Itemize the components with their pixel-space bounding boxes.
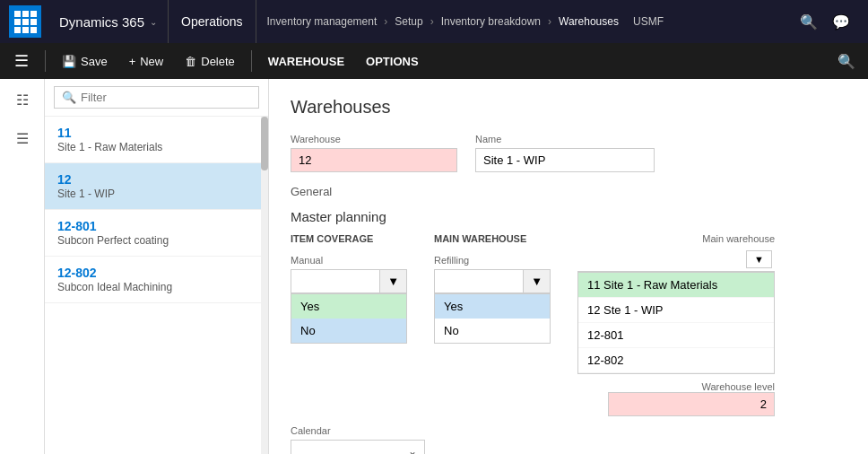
sidebar-icon-panel: ☷ ☰ xyxy=(0,79,45,454)
manual-dropdown-btn[interactable]: ▼ xyxy=(291,269,407,293)
refilling-dropdown-arrow[interactable]: ▼ xyxy=(523,270,550,292)
calendar-row: Calendar ⌄ xyxy=(291,425,846,454)
filter-area: 🔍 xyxy=(45,79,268,117)
scroll-thumb[interactable] xyxy=(261,117,268,170)
item-coverage-col: ITEM COVERAGE Manual ▼ Yes No xyxy=(291,233,407,344)
breadcrumb-inv-mgmt[interactable]: Inventory management xyxy=(267,15,378,28)
refilling-dropdown: ▼ Yes No xyxy=(434,269,551,344)
breadcrumb: Inventory management › Setup › Inventory… xyxy=(256,15,791,28)
main-warehouse-right-arrow-row: ▼ xyxy=(577,248,775,272)
cmd-divider1 xyxy=(45,50,46,72)
main-warehouse-dropdown-list: 11 Site 1 - Raw Materials 12 Ste 1 - WIP… xyxy=(577,272,775,374)
warehouse-field-group: Warehouse xyxy=(291,134,457,172)
brand-name: Dynamics 365 xyxy=(59,14,144,30)
refilling-field: Refilling ▼ Yes No xyxy=(434,255,551,344)
top-navigation: Dynamics 365 ⌄ Operations Inventory mana… xyxy=(0,0,868,43)
brand-chevron-icon: ⌄ xyxy=(150,17,157,27)
refilling-yn-list: Yes No xyxy=(434,293,551,344)
delete-label: Delete xyxy=(201,55,235,68)
warehouse-level-group: Warehouse level xyxy=(577,381,775,416)
master-planning-area: ITEM COVERAGE Manual ▼ Yes No xyxy=(291,233,846,416)
name-input[interactable] xyxy=(475,148,655,172)
list-item[interactable]: 12 Site 1 - WIP xyxy=(45,163,268,210)
hamburger-menu[interactable]: ☰ xyxy=(5,51,38,71)
calendar-chevron-icon: ⌄ xyxy=(408,445,417,454)
filter-icon[interactable]: ☷ xyxy=(13,88,32,112)
warehouse-name-row: Warehouse Name xyxy=(291,134,846,172)
list-item[interactable]: 12-801 Subcon Perfect coating xyxy=(45,210,268,257)
breadcrumb-setup[interactable]: Setup xyxy=(395,15,422,28)
waffle-menu[interactable] xyxy=(9,5,41,38)
list-item-id: 12-802 xyxy=(57,266,256,280)
brand-section: Dynamics 365 ⌄ xyxy=(48,0,169,43)
warehouse-input[interactable] xyxy=(291,148,457,172)
manual-dropdown-arrow[interactable]: ▼ xyxy=(379,270,406,292)
breadcrumb-sep3: › xyxy=(548,15,551,28)
page-title: Warehouses xyxy=(291,97,846,118)
warehouse-level-label: Warehouse level xyxy=(701,381,775,392)
save-icon: 💾 xyxy=(62,55,76,68)
delete-button[interactable]: 🗑 Delete xyxy=(176,50,244,73)
save-button[interactable]: 💾 Save xyxy=(53,50,117,73)
tenant-label: USMF xyxy=(633,15,664,28)
tab-warehouse[interactable]: WAREHOUSE xyxy=(259,50,353,73)
name-field-group: Name xyxy=(475,134,655,172)
chat-icon[interactable]: 💬 xyxy=(832,13,850,31)
manual-label: Manual xyxy=(291,255,407,266)
general-section-header: General xyxy=(291,185,846,198)
scroll-track xyxy=(261,117,268,454)
mw-item-12[interactable]: 12 Ste 1 - WIP xyxy=(578,298,774,323)
list-item-name: Site 1 - Raw Materials xyxy=(57,141,256,153)
filter-input[interactable] xyxy=(81,91,251,104)
cmd-search-icon[interactable]: 🔍 xyxy=(830,53,863,70)
list-item[interactable]: 12-802 Subcon Ideal Machining xyxy=(45,257,268,303)
cmd-divider2 xyxy=(251,50,252,72)
breadcrumb-sep1: › xyxy=(384,15,387,28)
refilling-label: Refilling xyxy=(434,255,551,266)
calendar-label: Calendar xyxy=(291,425,425,436)
list-item-name: Subcon Ideal Machining xyxy=(57,281,256,293)
tab-options[interactable]: OPTIONS xyxy=(357,50,428,73)
save-label: Save xyxy=(81,55,108,68)
list-item-id: 12-801 xyxy=(57,219,256,233)
mw-item-12-801[interactable]: 12-801 xyxy=(578,323,774,348)
search-nav-icon[interactable]: 🔍 xyxy=(800,13,818,31)
manual-yn-list: Yes No xyxy=(291,293,407,344)
breadcrumb-inv-breakdown[interactable]: Inventory breakdown xyxy=(441,15,541,28)
calendar-dropdown[interactable]: ⌄ xyxy=(291,440,425,454)
refilling-no-option[interactable]: No xyxy=(435,319,550,343)
manual-field: Manual ▼ Yes No xyxy=(291,255,407,344)
warehouse-field-label: Warehouse xyxy=(291,134,457,144)
nav-operations-label: Operations xyxy=(181,14,242,29)
breadcrumb-sep2: › xyxy=(430,15,434,28)
mw-item-12-802[interactable]: 12-802 xyxy=(578,348,774,373)
manual-dropdown: ▼ Yes No xyxy=(291,269,407,344)
sidebar: 🔍 11 Site 1 - Raw Materials 12 Site 1 - … xyxy=(45,79,269,454)
manual-yes-option[interactable]: Yes xyxy=(291,294,406,319)
content-area: Warehouses Warehouse Name General Master… xyxy=(269,79,868,454)
refilling-dropdown-btn[interactable]: ▼ xyxy=(434,269,551,293)
list-item-name: Site 1 - WIP xyxy=(57,188,256,200)
list-icon[interactable]: ☰ xyxy=(13,127,32,151)
mw-item-11[interactable]: 11 Site 1 - Raw Materials xyxy=(578,273,774,298)
warehouse-level-input[interactable] xyxy=(608,392,775,416)
new-label: New xyxy=(140,55,163,68)
refilling-selected-label xyxy=(435,277,523,286)
item-coverage-label: ITEM COVERAGE xyxy=(291,233,407,244)
breadcrumb-warehouses[interactable]: Warehouses xyxy=(559,15,619,28)
new-button[interactable]: + New xyxy=(120,50,173,73)
filter-search-icon: 🔍 xyxy=(62,91,76,104)
master-planning-title: Master planning xyxy=(291,209,846,224)
nav-action-icons: 🔍 💬 xyxy=(791,13,859,31)
main-layout: ☷ ☰ 🔍 11 Site 1 - Raw Materials 12 Site … xyxy=(0,79,868,454)
refilling-yes-option[interactable]: Yes xyxy=(435,294,550,319)
list-item-name: Subcon Perfect coating xyxy=(57,234,256,247)
main-warehouse-right-label: Main warehouse xyxy=(577,233,775,244)
new-icon: + xyxy=(129,55,136,68)
list-item-id: 11 xyxy=(57,126,256,140)
filter-input-wrap[interactable]: 🔍 xyxy=(54,86,259,109)
nav-operations: Operations xyxy=(169,0,256,43)
manual-no-option[interactable]: No xyxy=(291,319,406,343)
list-item[interactable]: 11 Site 1 - Raw Materials xyxy=(45,117,268,163)
main-warehouse-dropdown-arrow[interactable]: ▼ xyxy=(746,250,772,268)
